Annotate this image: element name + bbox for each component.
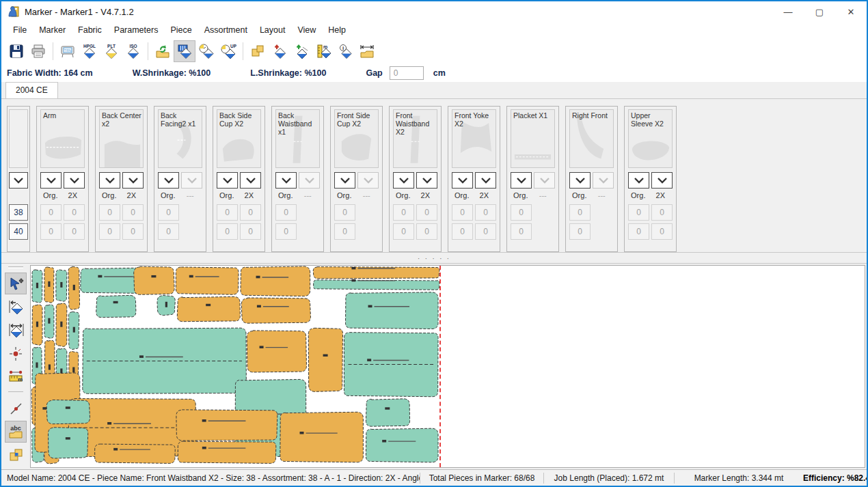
plotter-icon[interactable]: TRN	[57, 40, 79, 62]
svg-text:TRN: TRN	[64, 48, 72, 53]
hpgl-export-icon[interactable]: HPGL	[79, 40, 100, 62]
quantity-field[interactable]: 0	[64, 204, 85, 221]
quantity-field[interactable]: 0	[651, 204, 673, 221]
flip-left-tool[interactable]	[5, 296, 27, 318]
menu-assortment[interactable]: Assortment	[198, 23, 254, 37]
quantity-field[interactable]: 0	[240, 223, 261, 240]
menu-piece[interactable]: Piece	[164, 23, 198, 37]
org-dropdown[interactable]	[158, 172, 179, 189]
org-dropdown[interactable]	[628, 172, 649, 189]
alt-dropdown[interactable]	[122, 172, 144, 189]
org-dropdown[interactable]	[393, 172, 414, 189]
menu-file[interactable]: File	[7, 23, 33, 37]
quantity-field[interactable]: 0	[40, 204, 62, 221]
org-dropdown[interactable]	[334, 172, 355, 189]
print-icon[interactable]	[27, 40, 49, 62]
quantity-field[interactable]: 0	[452, 223, 473, 240]
arrow-up-green-icon[interactable]	[290, 40, 312, 62]
maximize-button[interactable]: ▢	[804, 1, 835, 22]
menu-layout[interactable]: Layout	[254, 23, 292, 37]
alt-dropdown[interactable]	[651, 172, 673, 189]
overlap-tool[interactable]	[5, 444, 27, 466]
quantity-field[interactable]: 0	[628, 204, 649, 221]
alt-dropdown[interactable]	[416, 172, 437, 189]
quantity-field[interactable]: 0	[628, 223, 649, 240]
menu-fabric[interactable]: Fabric	[72, 23, 108, 37]
alt-label: ---	[357, 191, 377, 201]
time-icon[interactable]	[195, 40, 217, 62]
org-label: Org.	[158, 191, 178, 201]
menu-view[interactable]: View	[291, 23, 322, 37]
plt-export-icon[interactable]: PLT	[100, 40, 122, 62]
svg-text:PLT: PLT	[107, 44, 116, 48]
quantity-field[interactable]: 0	[416, 223, 437, 240]
alt-dropdown[interactable]	[475, 172, 496, 189]
measure-tool[interactable]: m	[5, 365, 27, 387]
org-label: Org.	[452, 191, 472, 201]
copy-pieces-icon[interactable]	[247, 40, 269, 62]
quantity-field[interactable]: 0	[651, 223, 673, 240]
text-tool[interactable]: abc	[5, 421, 27, 443]
time-up-icon[interactable]: UP	[217, 40, 239, 62]
org-dropdown[interactable]	[452, 172, 473, 189]
org-dropdown[interactable]	[569, 172, 591, 189]
org-dropdown[interactable]	[275, 172, 297, 189]
quantity-field[interactable]: 0	[416, 204, 437, 221]
quantity-field[interactable]: 0	[334, 223, 355, 240]
org-dropdown[interactable]	[99, 172, 120, 189]
org-dropdown[interactable]	[511, 172, 532, 189]
palette-grip[interactable]	[8, 266, 23, 268]
quantity-field[interactable]: 0	[334, 204, 355, 221]
alt-dropdown[interactable]	[64, 172, 85, 189]
save-icon[interactable]	[5, 40, 27, 62]
quantity-field[interactable]: 0	[452, 204, 473, 221]
width-measure-icon[interactable]	[356, 40, 378, 62]
quantity-field[interactable]: 0	[511, 223, 532, 240]
quantity-field[interactable]: 0	[217, 204, 238, 221]
arrow-up-red-icon[interactable]	[269, 40, 290, 62]
menu-help[interactable]: Help	[322, 23, 352, 37]
line-tool[interactable]	[5, 398, 27, 419]
flip-horizontal-tool[interactable]	[5, 319, 27, 341]
select-move-tool[interactable]	[5, 273, 27, 294]
panel-splitter[interactable]: · · · · ·	[1, 253, 867, 264]
menu-marker[interactable]: Marker	[33, 23, 72, 37]
quantity-field[interactable]: 0	[275, 223, 297, 240]
quantity-field[interactable]: 0	[393, 223, 414, 240]
quantity-field[interactable]: 0	[475, 204, 496, 221]
ruler-icon[interactable]: m	[312, 40, 334, 62]
org-dropdown[interactable]	[217, 172, 238, 189]
org-dropdown[interactable]	[40, 172, 62, 189]
quantity-field[interactable]: 0	[569, 223, 591, 240]
piece-thumbnail: Back Waistband x1	[275, 109, 320, 168]
quantity-field[interactable]: 0	[511, 204, 532, 221]
quantity-field[interactable]: 0	[99, 223, 120, 240]
close-button[interactable]: ✕	[835, 1, 867, 22]
quantity-field[interactable]: 0	[569, 204, 591, 221]
quantity-field[interactable]: 0	[99, 204, 120, 221]
marker-canvas[interactable]	[30, 265, 865, 468]
quantity-field[interactable]: 0	[122, 204, 144, 221]
quantity-field[interactable]: 0	[240, 204, 261, 221]
iso-export-icon[interactable]: ISO	[122, 40, 144, 62]
quantity-field[interactable]: 0	[158, 223, 179, 240]
minimize-button[interactable]: —	[772, 1, 804, 22]
quantity-field[interactable]: 0	[275, 204, 297, 221]
quantity-field[interactable]: 0	[475, 223, 496, 240]
import-marker-icon[interactable]	[152, 40, 174, 62]
quantity-field[interactable]: 0	[393, 204, 414, 221]
menu-parameters[interactable]: Parameters	[108, 23, 165, 37]
gap-label: Gap	[366, 68, 382, 78]
column-view-icon[interactable]	[174, 40, 195, 62]
tab-2004-ce[interactable]: 2004 CE	[5, 82, 58, 98]
quantity-field[interactable]: 0	[158, 204, 179, 221]
quantity-field[interactable]: 0	[40, 223, 62, 240]
alt-dropdown[interactable]	[240, 172, 261, 189]
info-icon[interactable]: i	[334, 40, 356, 62]
gap-input[interactable]	[390, 66, 424, 80]
quantity-field[interactable]: 0	[122, 223, 144, 240]
size-dropdown[interactable]	[9, 172, 28, 189]
quantity-field[interactable]: 0	[64, 223, 85, 240]
point-tool[interactable]	[5, 342, 27, 364]
quantity-field[interactable]: 0	[217, 223, 238, 240]
